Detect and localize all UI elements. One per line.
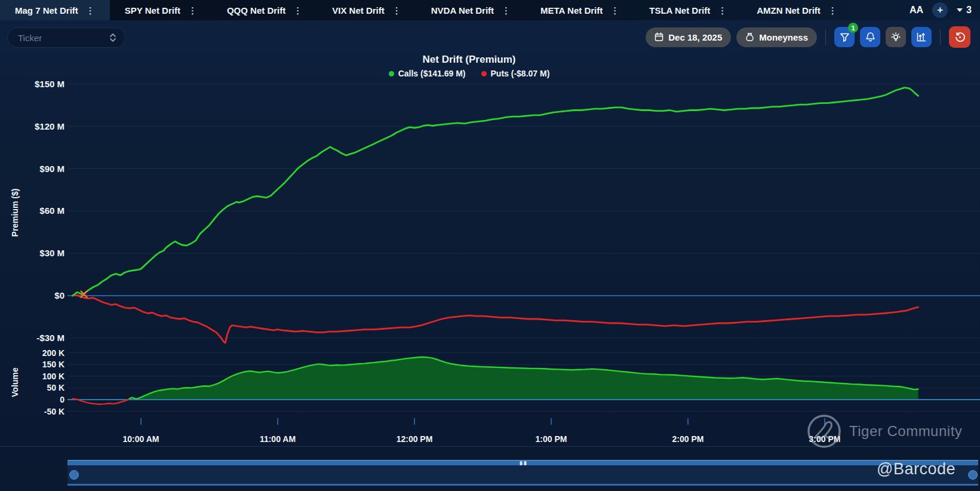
trading-app-window: Mag 7 Net Drift ⋮ SPY Net Drift ⋮ QQQ Ne… xyxy=(0,0,980,491)
time-tick: 2:00 PM xyxy=(672,434,704,444)
time-tick: 10:00 AM xyxy=(123,434,159,444)
range-selector-window[interactable] xyxy=(67,465,978,484)
range-selector-track[interactable] xyxy=(67,460,978,465)
time-tick: 12:00 PM xyxy=(397,434,433,444)
time-tick: 3:00 PM xyxy=(809,434,841,444)
time-tick: 11:00 AM xyxy=(260,434,296,444)
axis-separator xyxy=(0,446,980,447)
range-selector-bottom-rail xyxy=(67,484,978,486)
range-handle-left[interactable] xyxy=(69,470,79,480)
time-tick: 1:00 PM xyxy=(536,434,567,444)
range-handle-right[interactable] xyxy=(968,470,978,480)
time-axis-ticks: 10:00 AM 11:00 AM 12:00 PM 1:00 PM 2:00 … xyxy=(0,0,980,491)
time-range-selector[interactable] xyxy=(67,460,978,486)
range-selector-grip[interactable] xyxy=(520,461,526,465)
